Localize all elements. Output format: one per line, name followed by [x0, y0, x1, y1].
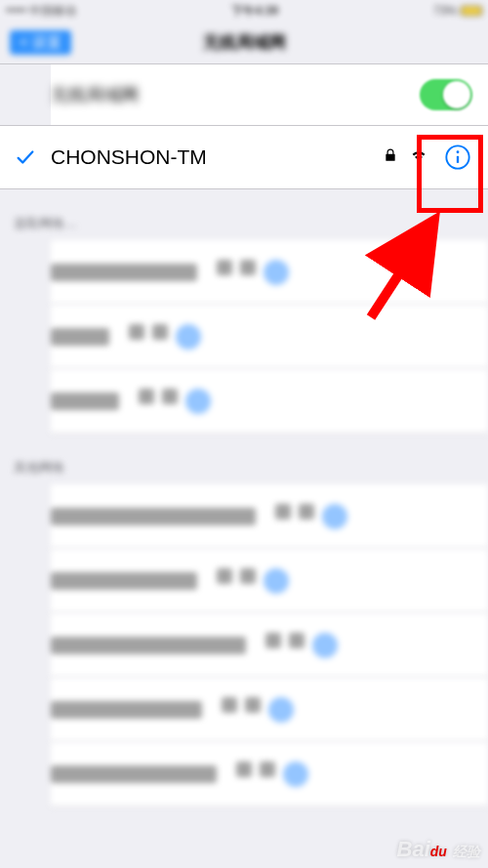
connected-network-name: CHONSHON-TM [51, 145, 377, 169]
section-header-other: 其他网络 [0, 434, 488, 484]
status-time: 下午4:39 [231, 3, 278, 20]
section-header-choose: 选取网络… [0, 189, 488, 240]
network-row[interactable] [51, 484, 488, 549]
lock-icon [129, 324, 144, 340]
network-row[interactable] [51, 613, 488, 678]
info-button[interactable] [264, 260, 289, 285]
lock-icon [139, 389, 154, 404]
wifi-signal-icon [289, 633, 305, 648]
status-carrier: ••••• 中国移动 [6, 3, 76, 20]
lock-icon [217, 568, 232, 584]
battery-icon [461, 6, 482, 16]
network-name [51, 393, 119, 410]
nav-bar: < 设置 无线局域网 [0, 21, 488, 64]
network-name [51, 637, 246, 654]
wifi-toggle-switch[interactable] [420, 79, 472, 110]
wifi-signal-icon [240, 568, 256, 584]
connected-network-row[interactable]: CHONSHON-TM [0, 125, 488, 189]
lock-icon [265, 633, 281, 648]
network-name [51, 508, 256, 525]
svg-point-2 [457, 150, 460, 153]
wifi-toggle-label: 无线局域网 [51, 83, 139, 106]
wifi-signal-icon [152, 324, 168, 340]
wifi-signal-icon [245, 697, 261, 713]
wifi-toggle-row: 无线局域网 [51, 64, 488, 125]
info-button[interactable] [322, 504, 347, 529]
network-row[interactable] [51, 678, 488, 742]
status-bar: ••••• 中国移动 下午4:39 73% [0, 0, 488, 21]
info-button[interactable] [185, 389, 211, 414]
status-battery-percent: 73% [433, 4, 457, 18]
lock-icon [217, 260, 232, 275]
info-button[interactable] [268, 697, 294, 723]
network-name [51, 572, 197, 590]
info-button[interactable] [176, 324, 201, 350]
wifi-signal-icon [240, 260, 256, 275]
checkmark-icon [0, 146, 51, 168]
wifi-signal-icon [260, 762, 275, 777]
info-button[interactable] [312, 633, 338, 658]
info-button[interactable] [439, 139, 476, 176]
wifi-signal-icon [404, 146, 433, 168]
watermark: Baidu 经验 [397, 837, 480, 862]
network-row[interactable] [51, 305, 488, 369]
network-row[interactable] [51, 742, 488, 806]
network-row[interactable] [51, 369, 488, 434]
wifi-signal-icon [162, 389, 178, 404]
wifi-signal-icon [299, 504, 314, 519]
info-button[interactable] [264, 568, 289, 594]
network-name [51, 765, 217, 783]
info-button[interactable] [283, 762, 308, 787]
network-name [51, 328, 109, 346]
network-name [51, 701, 202, 719]
network-row[interactable] [51, 240, 488, 305]
network-row[interactable] [51, 549, 488, 613]
page-title: 无线局域网 [203, 31, 286, 54]
lock-icon [222, 697, 237, 713]
network-name [51, 264, 197, 281]
lock-icon [236, 762, 252, 777]
lock-icon [275, 504, 291, 519]
lock-icon [377, 146, 404, 168]
back-button[interactable]: < 设置 [10, 30, 71, 55]
